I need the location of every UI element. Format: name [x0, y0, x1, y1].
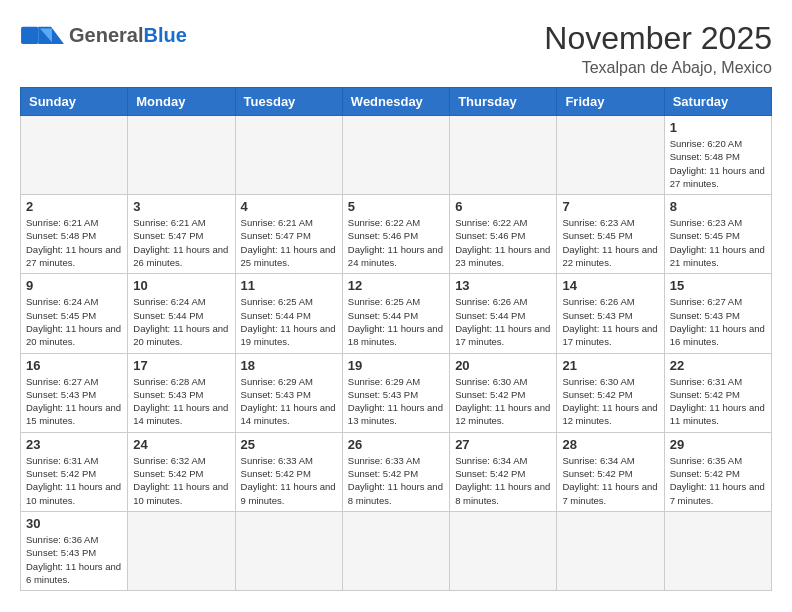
location-title: Texalpan de Abajo, Mexico [544, 59, 772, 77]
svg-rect-0 [21, 27, 38, 44]
cell-day-5: 5 Sunrise: 6:22 AMSunset: 5:46 PMDayligh… [342, 195, 449, 274]
logo-text: GeneralBlue [69, 24, 187, 47]
header-friday: Friday [557, 88, 664, 116]
cell-empty-4 [342, 116, 449, 195]
cell-empty-8 [235, 511, 342, 590]
cell-day-12: 12 Sunrise: 6:25 AMSunset: 5:44 PMDaylig… [342, 274, 449, 353]
cell-empty-12 [664, 511, 771, 590]
day-1-info: Sunrise: 6:20 AM Sunset: 5:48 PM Dayligh… [670, 137, 766, 190]
cell-day-26: 26 Sunrise: 6:33 AMSunset: 5:42 PMDaylig… [342, 432, 449, 511]
month-title: November 2025 [544, 20, 772, 57]
cell-day-7: 7 Sunrise: 6:23 AMSunset: 5:45 PMDayligh… [557, 195, 664, 274]
header-tuesday: Tuesday [235, 88, 342, 116]
logo-icon [20, 20, 65, 50]
calendar-row-1: 1 Sunrise: 6:20 AM Sunset: 5:48 PM Dayli… [21, 116, 772, 195]
logo: GeneralBlue [20, 20, 187, 50]
cell-day-10: 10 Sunrise: 6:24 AMSunset: 5:44 PMDaylig… [128, 274, 235, 353]
cell-empty-2 [128, 116, 235, 195]
cell-day-1: 1 Sunrise: 6:20 AM Sunset: 5:48 PM Dayli… [664, 116, 771, 195]
cell-day-4: 4 Sunrise: 6:21 AMSunset: 5:47 PMDayligh… [235, 195, 342, 274]
header-monday: Monday [128, 88, 235, 116]
calendar-table: Sunday Monday Tuesday Wednesday Thursday… [20, 87, 772, 591]
cell-day-29: 29 Sunrise: 6:35 AMSunset: 5:42 PMDaylig… [664, 432, 771, 511]
cell-empty-7 [128, 511, 235, 590]
cell-day-2: 2 Sunrise: 6:21 AMSunset: 5:48 PMDayligh… [21, 195, 128, 274]
header-thursday: Thursday [450, 88, 557, 116]
header-sunday: Sunday [21, 88, 128, 116]
calendar-row-3: 9 Sunrise: 6:24 AMSunset: 5:45 PMDayligh… [21, 274, 772, 353]
title-block: November 2025 Texalpan de Abajo, Mexico [544, 20, 772, 77]
cell-day-21: 21 Sunrise: 6:30 AMSunset: 5:42 PMDaylig… [557, 353, 664, 432]
cell-day-24: 24 Sunrise: 6:32 AMSunset: 5:42 PMDaylig… [128, 432, 235, 511]
cell-day-13: 13 Sunrise: 6:26 AMSunset: 5:44 PMDaylig… [450, 274, 557, 353]
header-wednesday: Wednesday [342, 88, 449, 116]
cell-day-3: 3 Sunrise: 6:21 AMSunset: 5:47 PMDayligh… [128, 195, 235, 274]
calendar-row-2: 2 Sunrise: 6:21 AMSunset: 5:48 PMDayligh… [21, 195, 772, 274]
cell-day-11: 11 Sunrise: 6:25 AMSunset: 5:44 PMDaylig… [235, 274, 342, 353]
cell-empty-5 [450, 116, 557, 195]
cell-day-25: 25 Sunrise: 6:33 AMSunset: 5:42 PMDaylig… [235, 432, 342, 511]
cell-day-6: 6 Sunrise: 6:22 AMSunset: 5:46 PMDayligh… [450, 195, 557, 274]
cell-empty-1 [21, 116, 128, 195]
cell-empty-10 [450, 511, 557, 590]
calendar-row-5: 23 Sunrise: 6:31 AMSunset: 5:42 PMDaylig… [21, 432, 772, 511]
cell-day-22: 22 Sunrise: 6:31 AMSunset: 5:42 PMDaylig… [664, 353, 771, 432]
cell-day-19: 19 Sunrise: 6:29 AMSunset: 5:43 PMDaylig… [342, 353, 449, 432]
cell-day-9: 9 Sunrise: 6:24 AMSunset: 5:45 PMDayligh… [21, 274, 128, 353]
cell-empty-9 [342, 511, 449, 590]
page-header: GeneralBlue November 2025 Texalpan de Ab… [20, 20, 772, 77]
cell-empty-6 [557, 116, 664, 195]
cell-day-14: 14 Sunrise: 6:26 AMSunset: 5:43 PMDaylig… [557, 274, 664, 353]
cell-day-18: 18 Sunrise: 6:29 AMSunset: 5:43 PMDaylig… [235, 353, 342, 432]
cell-day-28: 28 Sunrise: 6:34 AMSunset: 5:42 PMDaylig… [557, 432, 664, 511]
calendar-row-4: 16 Sunrise: 6:27 AMSunset: 5:43 PMDaylig… [21, 353, 772, 432]
cell-day-30: 30 Sunrise: 6:36 AMSunset: 5:43 PMDaylig… [21, 511, 128, 590]
cell-empty-3 [235, 116, 342, 195]
cell-day-20: 20 Sunrise: 6:30 AMSunset: 5:42 PMDaylig… [450, 353, 557, 432]
cell-empty-11 [557, 511, 664, 590]
calendar-row-6: 30 Sunrise: 6:36 AMSunset: 5:43 PMDaylig… [21, 511, 772, 590]
cell-day-8: 8 Sunrise: 6:23 AMSunset: 5:45 PMDayligh… [664, 195, 771, 274]
cell-day-23: 23 Sunrise: 6:31 AMSunset: 5:42 PMDaylig… [21, 432, 128, 511]
cell-day-17: 17 Sunrise: 6:28 AMSunset: 5:43 PMDaylig… [128, 353, 235, 432]
cell-day-16: 16 Sunrise: 6:27 AMSunset: 5:43 PMDaylig… [21, 353, 128, 432]
header-saturday: Saturday [664, 88, 771, 116]
cell-day-15: 15 Sunrise: 6:27 AMSunset: 5:43 PMDaylig… [664, 274, 771, 353]
cell-day-27: 27 Sunrise: 6:34 AMSunset: 5:42 PMDaylig… [450, 432, 557, 511]
